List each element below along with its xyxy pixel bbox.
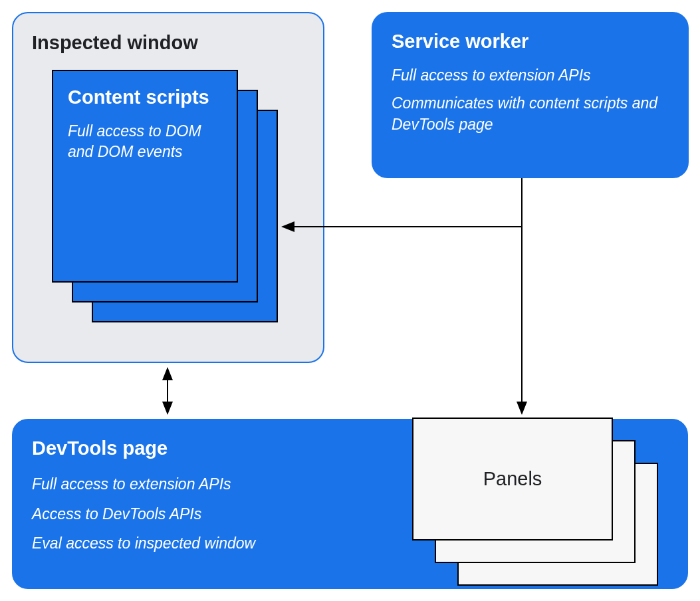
panel-card-front: Panels [412, 418, 613, 541]
content-scripts-stack: Content scripts Full access to DOM and D… [52, 70, 278, 336]
inspected-window-title: Inspected window [32, 32, 304, 54]
service-worker-desc: Full access to extension APIs Communicat… [392, 64, 669, 136]
service-worker-desc-1: Full access to extension APIs [392, 64, 669, 86]
panels-label: Panels [483, 468, 542, 490]
service-worker-box: Service worker Full access to extension … [372, 12, 689, 178]
service-worker-desc-2: Communicates with content scripts and De… [392, 92, 669, 135]
service-worker-title: Service worker [392, 31, 669, 53]
content-scripts-title: Content scripts [68, 86, 222, 109]
content-scripts-desc: Full access to DOM and DOM events [68, 121, 222, 162]
content-scripts-card-front: Content scripts Full access to DOM and D… [52, 70, 238, 283]
inspected-window-box: Inspected window Content scripts Full ac… [12, 12, 324, 363]
panels-stack: Panels [412, 418, 678, 590]
